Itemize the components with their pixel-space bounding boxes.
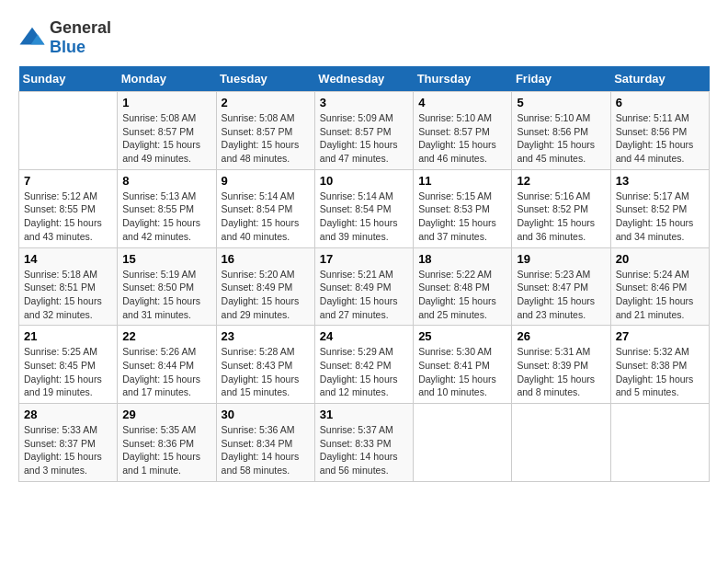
- week-row-3: 14Sunrise: 5:18 AMSunset: 8:51 PMDayligh…: [19, 247, 710, 326]
- day-number: 28: [24, 408, 112, 421]
- day-header-saturday: Saturday: [610, 66, 709, 92]
- day-info: Sunrise: 5:33 AMSunset: 8:37 PMDaylight:…: [24, 423, 112, 477]
- day-number: 25: [418, 329, 506, 343]
- day-cell: 11Sunrise: 5:15 AMSunset: 8:53 PMDayligh…: [414, 169, 512, 247]
- day-cell: 28Sunrise: 5:33 AMSunset: 8:37 PMDayligh…: [19, 404, 118, 482]
- day-header-sunday: Sunday: [19, 66, 118, 92]
- day-number: 31: [320, 408, 408, 421]
- day-info: Sunrise: 5:18 AMSunset: 8:51 PMDaylight:…: [24, 268, 112, 322]
- day-info: Sunrise: 5:36 AMSunset: 8:34 PMDaylight:…: [222, 423, 310, 477]
- logo-blue: Blue: [50, 38, 85, 56]
- day-header-friday: Friday: [512, 66, 610, 92]
- day-info: Sunrise: 5:20 AMSunset: 8:49 PMDaylight:…: [222, 268, 310, 322]
- day-info: Sunrise: 5:30 AMSunset: 8:41 PMDaylight:…: [418, 345, 506, 399]
- day-cell: 20Sunrise: 5:24 AMSunset: 8:46 PMDayligh…: [610, 247, 709, 326]
- day-info: Sunrise: 5:26 AMSunset: 8:44 PMDaylight:…: [122, 345, 210, 399]
- week-row-1: 1Sunrise: 5:08 AMSunset: 8:57 PMDaylight…: [19, 92, 710, 170]
- day-cell: 26Sunrise: 5:31 AMSunset: 8:39 PMDayligh…: [512, 326, 610, 404]
- day-cell: 14Sunrise: 5:18 AMSunset: 8:51 PMDayligh…: [19, 247, 118, 326]
- day-info: Sunrise: 5:12 AMSunset: 8:55 PMDaylight:…: [24, 190, 112, 244]
- day-number: 27: [616, 329, 704, 343]
- day-cell: 22Sunrise: 5:26 AMSunset: 8:44 PMDayligh…: [118, 326, 216, 404]
- day-number: 11: [418, 174, 506, 188]
- day-cell: 5Sunrise: 5:10 AMSunset: 8:56 PMDaylight…: [512, 92, 610, 170]
- day-info: Sunrise: 5:14 AMSunset: 8:54 PMDaylight:…: [222, 190, 310, 244]
- day-cell: 3Sunrise: 5:09 AMSunset: 8:57 PMDaylight…: [314, 92, 413, 170]
- day-info: Sunrise: 5:08 AMSunset: 8:57 PMDaylight:…: [122, 111, 210, 166]
- day-cell: [414, 404, 512, 482]
- day-cell: [512, 404, 610, 482]
- day-cell: 1Sunrise: 5:08 AMSunset: 8:57 PMDaylight…: [118, 92, 216, 170]
- day-cell: 9Sunrise: 5:14 AMSunset: 8:54 PMDaylight…: [216, 169, 314, 247]
- day-info: Sunrise: 5:25 AMSunset: 8:45 PMDaylight:…: [24, 345, 112, 399]
- day-number: 16: [222, 252, 310, 266]
- logo-general: General: [50, 18, 111, 37]
- day-number: 6: [616, 96, 704, 109]
- day-info: Sunrise: 5:29 AMSunset: 8:42 PMDaylight:…: [320, 345, 408, 399]
- day-number: 30: [222, 408, 310, 421]
- day-header-wednesday: Wednesday: [314, 66, 413, 92]
- day-info: Sunrise: 5:15 AMSunset: 8:53 PMDaylight:…: [418, 190, 506, 244]
- day-number: 14: [24, 252, 112, 266]
- day-cell: 29Sunrise: 5:35 AMSunset: 8:36 PMDayligh…: [118, 404, 216, 482]
- day-number: 3: [320, 96, 408, 109]
- logo-icon: [18, 24, 46, 52]
- day-cell: 23Sunrise: 5:28 AMSunset: 8:43 PMDayligh…: [216, 326, 314, 404]
- day-cell: 16Sunrise: 5:20 AMSunset: 8:49 PMDayligh…: [216, 247, 314, 326]
- day-number: 23: [222, 329, 310, 343]
- day-info: Sunrise: 5:16 AMSunset: 8:52 PMDaylight:…: [517, 190, 605, 244]
- day-header-thursday: Thursday: [414, 66, 512, 92]
- day-info: Sunrise: 5:37 AMSunset: 8:33 PMDaylight:…: [320, 423, 408, 477]
- day-number: 1: [122, 96, 210, 109]
- day-info: Sunrise: 5:23 AMSunset: 8:47 PMDaylight:…: [517, 268, 605, 322]
- day-info: Sunrise: 5:14 AMSunset: 8:54 PMDaylight:…: [320, 190, 408, 244]
- day-number: 13: [616, 174, 704, 188]
- day-cell: 10Sunrise: 5:14 AMSunset: 8:54 PMDayligh…: [314, 169, 413, 247]
- day-number: 2: [222, 96, 310, 109]
- day-number: 7: [24, 174, 112, 188]
- day-cell: 18Sunrise: 5:22 AMSunset: 8:48 PMDayligh…: [414, 247, 512, 326]
- day-cell: 15Sunrise: 5:19 AMSunset: 8:50 PMDayligh…: [118, 247, 216, 326]
- day-info: Sunrise: 5:17 AMSunset: 8:52 PMDaylight:…: [616, 190, 704, 244]
- day-number: 21: [24, 329, 112, 343]
- day-cell: 4Sunrise: 5:10 AMSunset: 8:57 PMDaylight…: [414, 92, 512, 170]
- day-cell: [610, 404, 709, 482]
- day-cell: 8Sunrise: 5:13 AMSunset: 8:55 PMDaylight…: [118, 169, 216, 247]
- day-info: Sunrise: 5:22 AMSunset: 8:48 PMDaylight:…: [418, 268, 506, 322]
- header: General Blue: [18, 18, 710, 57]
- day-cell: 7Sunrise: 5:12 AMSunset: 8:55 PMDaylight…: [19, 169, 118, 247]
- day-cell: 31Sunrise: 5:37 AMSunset: 8:33 PMDayligh…: [314, 404, 413, 482]
- week-row-2: 7Sunrise: 5:12 AMSunset: 8:55 PMDaylight…: [19, 169, 710, 247]
- day-info: Sunrise: 5:08 AMSunset: 8:57 PMDaylight:…: [222, 111, 310, 166]
- day-cell: 30Sunrise: 5:36 AMSunset: 8:34 PMDayligh…: [216, 404, 314, 482]
- day-cell: 12Sunrise: 5:16 AMSunset: 8:52 PMDayligh…: [512, 169, 610, 247]
- day-number: 20: [616, 252, 704, 266]
- day-cell: 25Sunrise: 5:30 AMSunset: 8:41 PMDayligh…: [414, 326, 512, 404]
- day-cell: 17Sunrise: 5:21 AMSunset: 8:49 PMDayligh…: [314, 247, 413, 326]
- day-info: Sunrise: 5:28 AMSunset: 8:43 PMDaylight:…: [222, 345, 310, 399]
- day-number: 17: [320, 252, 408, 266]
- day-number: 29: [122, 408, 210, 421]
- day-info: Sunrise: 5:19 AMSunset: 8:50 PMDaylight:…: [122, 268, 210, 322]
- day-cell: 2Sunrise: 5:08 AMSunset: 8:57 PMDaylight…: [216, 92, 314, 170]
- day-info: Sunrise: 5:24 AMSunset: 8:46 PMDaylight:…: [616, 268, 704, 322]
- days-header-row: SundayMondayTuesdayWednesdayThursdayFrid…: [19, 66, 710, 92]
- day-info: Sunrise: 5:21 AMSunset: 8:49 PMDaylight:…: [320, 268, 408, 322]
- day-number: 18: [418, 252, 506, 266]
- day-number: 19: [517, 252, 605, 266]
- day-info: Sunrise: 5:35 AMSunset: 8:36 PMDaylight:…: [122, 423, 210, 477]
- day-number: 4: [418, 96, 506, 109]
- day-info: Sunrise: 5:11 AMSunset: 8:56 PMDaylight:…: [616, 111, 704, 166]
- calendar-table: SundayMondayTuesdayWednesdayThursdayFrid…: [18, 66, 710, 482]
- day-number: 22: [122, 329, 210, 343]
- day-info: Sunrise: 5:31 AMSunset: 8:39 PMDaylight:…: [517, 345, 605, 399]
- day-number: 9: [222, 174, 310, 188]
- day-info: Sunrise: 5:32 AMSunset: 8:38 PMDaylight:…: [616, 345, 704, 399]
- day-info: Sunrise: 5:09 AMSunset: 8:57 PMDaylight:…: [320, 111, 408, 166]
- day-header-monday: Monday: [118, 66, 216, 92]
- day-cell: 19Sunrise: 5:23 AMSunset: 8:47 PMDayligh…: [512, 247, 610, 326]
- day-cell: [19, 92, 118, 170]
- day-number: 10: [320, 174, 408, 188]
- logo: General Blue: [18, 18, 111, 57]
- day-number: 12: [517, 174, 605, 188]
